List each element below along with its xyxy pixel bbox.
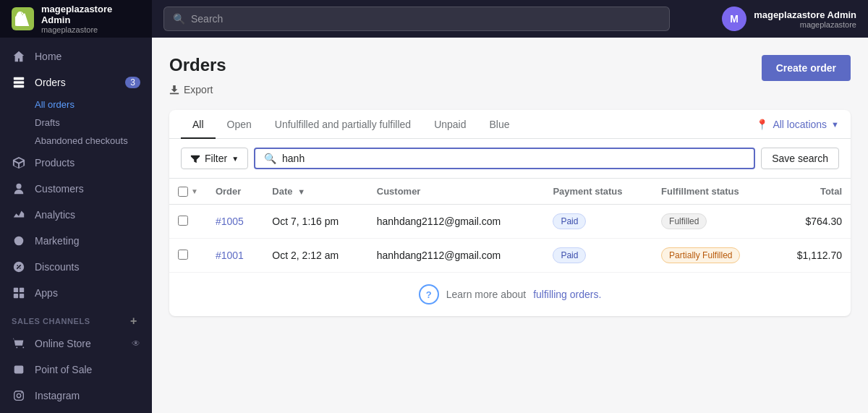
row2-fulfillment-badge: Partially Fulfilled [661,247,740,263]
avatar: M [722,7,746,31]
locations-filter[interactable]: 📍 All locations ▼ [756,113,839,136]
tab-all[interactable]: All [181,110,216,139]
select-all-checkbox[interactable] [178,187,188,197]
sidebar-item-buy-button[interactable]: Buy Button [0,409,152,413]
shopify-logo [12,7,34,30]
th-total: Total [773,179,851,205]
row1-fulfillment-status: Fulfilled [652,205,773,239]
table-header: ▼ Order Date ▼ Customer Payment status F… [169,179,851,205]
learn-more-link[interactable]: fulfilling orders. [533,289,601,300]
search-icon: 🔍 [173,13,185,25]
sidebar-item-discounts[interactable]: Discounts [0,254,152,280]
store-name: mageplazastore Admin [41,4,140,25]
svg-rect-5 [14,294,18,298]
select-all-header: ▼ [169,179,207,205]
row1-payment-status: Paid [544,205,652,239]
user-name: mageplazastore Admin [754,9,856,20]
svg-point-10 [21,392,22,393]
sidebar-nav: Home Orders 3 All orders Drafts Abandone… [0,38,152,413]
instagram-icon [12,388,26,403]
page-title-area: Orders Export [169,55,226,98]
sidebar-item-instagram[interactable]: Instagram [0,383,152,409]
pos-icon [12,362,26,377]
sidebar-label-orders: Orders [35,77,66,88]
sidebar-subitem-abandoned[interactable]: Abandoned checkouts [0,132,152,150]
location-pin-icon: 📍 [756,119,768,130]
search-input-wrapper: 🔍 [254,148,755,169]
sidebar-item-online-store[interactable]: Online Store 👁 [0,331,152,357]
row2-payment-status: Paid [544,239,652,273]
row2-total: $1,112.70 [773,239,851,273]
global-search-box[interactable]: 🔍 [163,7,670,31]
row1-order: #1005 [207,205,263,239]
user-store: mageplazastore [754,20,856,29]
sidebar-label-products: Products [35,157,75,169]
user-info: mageplazastore Admin mageplazastore [754,9,856,29]
sidebar-item-apps[interactable]: Apps [0,280,152,306]
row2-customer: hanhdang2112@gmail.com [368,239,545,273]
sidebar-label-marketing: Marketing [35,235,79,247]
marketing-icon [12,234,26,248]
row1-order-link[interactable]: #1005 [216,216,244,227]
row2-order-link[interactable]: #1001 [216,250,244,261]
export-button[interactable]: Export [169,81,226,98]
tab-unfulfilled[interactable]: Unfulfilled and partially fulfilled [263,110,422,139]
global-search-input[interactable] [191,13,660,25]
info-circle-icon: ? [419,284,439,305]
row1-checkbox-cell [169,205,207,239]
customers-icon [12,182,26,196]
sidebar-header: mageplazastore Admin mageplazastore [0,0,152,38]
sidebar-item-products[interactable]: Products [0,150,152,176]
row1-checkbox[interactable] [178,216,188,226]
sidebar-label-customers: Customers [35,183,84,195]
svg-point-9 [17,393,20,397]
th-customer: Customer [368,179,545,205]
sidebar-item-marketing[interactable]: Marketing [0,228,152,254]
svg-rect-3 [14,288,18,292]
products-icon [12,156,26,170]
sidebar-item-home[interactable]: Home [0,43,152,69]
row1-payment-badge: Paid [553,213,586,229]
tabs-bar: All Open Unfulfilled and partially fulfi… [169,110,851,139]
analytics-icon [12,208,26,222]
create-order-button[interactable]: Create order [762,55,851,81]
save-search-button[interactable]: Save search [761,148,839,169]
tab-open[interactable]: Open [216,110,263,139]
date-sort-icon: ▼ [297,187,305,196]
sidebar-label-discounts: Discounts [35,261,79,273]
row2-checkbox[interactable] [178,250,188,260]
sidebar-item-analytics[interactable]: Analytics [0,202,152,228]
discounts-icon [12,260,26,274]
locations-label: All locations [773,119,827,130]
main-area: 🔍 M mageplazastore Admin mageplazastore … [152,0,868,413]
sidebar-label-online-store: Online Store [35,338,91,349]
row1-date: Oct 7, 1:16 pm [263,205,367,239]
th-payment-status: Payment status [544,179,652,205]
table-row: #1001 Oct 2, 2:12 am hanhdang2112@gmail.… [169,239,851,273]
sidebar-item-customers[interactable]: Customers [0,176,152,202]
sidebar-subitem-drafts[interactable]: Drafts [0,114,152,132]
sidebar: mageplazastore Admin mageplazastore Home… [0,0,152,413]
sidebar-label-analytics: Analytics [35,209,75,221]
sidebar-label-pos: Point of Sale [35,364,92,375]
svg-rect-2 [14,85,24,88]
store-info: mageplazastore Admin mageplazastore [41,4,140,34]
sidebar-item-orders[interactable]: Orders 3 [0,69,152,95]
sidebar-subitem-all-orders[interactable]: All orders [0,95,152,114]
order-search-input[interactable] [282,153,745,164]
filter-button[interactable]: Filter ▼ [181,148,248,169]
select-all-chevron[interactable]: ▼ [191,187,198,195]
sidebar-item-pos[interactable]: Point of Sale [0,357,152,383]
sidebar-label-home: Home [35,51,61,62]
svg-rect-7 [14,366,24,374]
th-fulfillment-status: Fulfillment status [652,179,773,205]
svg-rect-6 [20,294,24,298]
online-store-visibility-icon[interactable]: 👁 [132,339,140,349]
add-sales-channel-button[interactable]: + [127,315,140,328]
tab-blue[interactable]: Blue [478,110,522,139]
tab-unpaid[interactable]: Unpaid [422,110,477,139]
sales-channels-section-label: SALES CHANNELS + [0,306,152,331]
topbar: 🔍 M mageplazastore Admin mageplazastore [152,0,868,38]
th-date[interactable]: Date ▼ [263,179,367,205]
learn-more-bar: ? Learn more about fulfilling orders. [169,273,851,316]
